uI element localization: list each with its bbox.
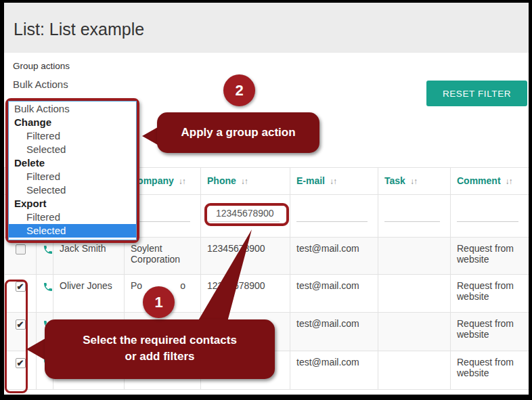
email-header[interactable]: E-mail↓↑ [290,168,378,195]
group-actions-label: Group actions [13,61,70,71]
comment-cell: Request from website [451,351,529,390]
email-filter-cell [290,195,378,238]
callout-step1: Select the required contacts or add filt… [45,319,275,379]
task-header[interactable]: Task↓↑ [378,168,451,195]
dropdown-item[interactable]: Filtered [9,210,136,224]
page-header: List: List example [4,3,529,53]
page-title: List: List example [14,20,144,39]
email-cell: test@mail.com [290,238,378,275]
checkbox-column-highlight [5,280,28,393]
task-cell [378,275,451,313]
task-cell [378,351,451,390]
callout-arrow [26,338,45,360]
dropdown-item[interactable]: Filtered [9,129,136,143]
phone-filter-highlight [204,203,289,226]
bulk-actions-dropdown-highlight: Bulk Actions Change Filtered Selected De… [5,98,139,243]
callout-step2: Apply a group action [157,112,319,153]
dropdown-group-export: Export [9,197,136,210]
dropdown-item-selected[interactable]: Selected [9,224,136,238]
sort-icon[interactable]: ↓↑ [241,177,248,186]
phone-header[interactable]: Phone↓↑ [201,168,290,195]
task-cell [378,313,451,351]
table-row: ✔ Oliver Jones Poo 12345678900 test@mail… [5,275,529,313]
callout-arrow [142,127,158,145]
email-cell: test@mail.com [290,351,378,390]
sort-icon[interactable]: ↓↑ [410,177,417,186]
company-cell: Soylent Corporation [125,238,201,275]
bulk-actions-dropdown[interactable]: Bulk Actions Change Filtered Selected De… [8,101,137,240]
dropdown-item[interactable]: Selected [9,143,136,156]
bulk-actions-select-label[interactable]: Bulk Actions [13,79,68,90]
dropdown-item[interactable]: Filtered [9,170,136,183]
phone-icon[interactable] [43,244,53,255]
screenshot-frame: List: List example Group actions Bulk Ac… [0,0,532,400]
callout-tail [192,227,260,323]
comment-header[interactable]: Comment↓↑ [451,168,529,195]
comment-filter-cell [451,195,529,238]
step-2-badge: 2 [223,74,255,106]
task-filter-input[interactable] [384,204,440,222]
email-cell: test@mail.com [290,275,378,313]
task-filter-cell [378,195,451,238]
sort-icon[interactable]: ↓↑ [506,177,512,186]
dropdown-item[interactable]: Selected [9,183,136,197]
comment-cell: Request from website [451,313,529,351]
comment-cell: Request from website [451,275,529,313]
dropdown-group-delete: Delete [9,156,136,170]
email-filter-input[interactable] [296,204,368,222]
name-cell: Oliver Jones [53,275,125,313]
comment-filter-input[interactable] [457,204,518,222]
comment-cell: Request from website [451,238,529,275]
reset-filter-button[interactable]: RESET FILTER [426,81,527,106]
row-checkbox[interactable] [16,244,26,254]
company-filter-input[interactable] [131,204,190,222]
task-cell [378,238,451,275]
dropdown-group-change: Change [9,116,136,129]
email-cell: test@mail.com [290,313,378,351]
sort-icon[interactable]: ↓↑ [330,177,336,186]
sort-icon[interactable]: ↓↑ [179,177,185,186]
step-1-badge: 1 [143,286,175,318]
dropdown-item[interactable]: Bulk Actions [9,102,136,116]
phone-icon[interactable] [43,282,53,292]
